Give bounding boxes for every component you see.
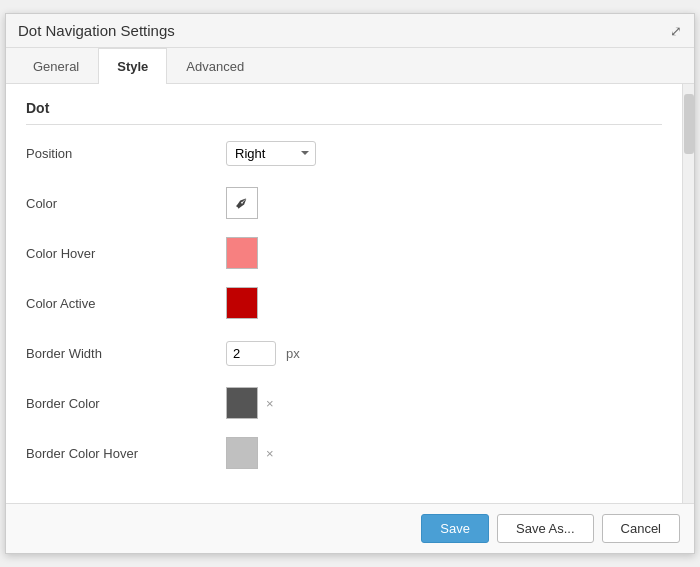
expand-icon[interactable]: ⤢	[670, 23, 682, 39]
border-color-hover-label: Border Color Hover	[26, 446, 226, 461]
tab-style[interactable]: Style	[98, 48, 167, 84]
save-button[interactable]: Save	[421, 514, 489, 543]
border-width-label: Border Width	[26, 346, 226, 361]
color-hover-swatch[interactable]	[226, 237, 258, 269]
save-as-button[interactable]: Save As...	[497, 514, 594, 543]
dialog-title: Dot Navigation Settings	[18, 22, 175, 39]
border-color-control: ×	[226, 387, 274, 419]
border-color-hover-clear[interactable]: ×	[266, 446, 274, 461]
section-title: Dot	[26, 100, 662, 125]
border-color-clear[interactable]: ×	[266, 396, 274, 411]
position-label: Position	[26, 146, 226, 161]
border-width-row: Border Width px	[26, 337, 662, 369]
color-active-swatch[interactable]	[226, 287, 258, 319]
color-hover-row: Color Hover	[26, 237, 662, 269]
border-color-hover-row: Border Color Hover ×	[26, 437, 662, 469]
position-select[interactable]: Left Right Center	[226, 141, 316, 166]
border-color-row: Border Color ×	[26, 387, 662, 419]
tabs-bar: General Style Advanced	[6, 48, 694, 84]
border-color-label: Border Color	[26, 396, 226, 411]
titlebar: Dot Navigation Settings ⤢	[6, 14, 694, 48]
content-area: Dot Position Left Right Center Color ✒	[6, 84, 682, 503]
border-width-unit: px	[286, 346, 300, 361]
color-label: Color	[26, 196, 226, 211]
color-swatch[interactable]: ✒	[226, 187, 258, 219]
dialog: Dot Navigation Settings ⤢ General Style …	[5, 13, 695, 554]
scrollbar-thumb[interactable]	[684, 94, 694, 154]
position-control: Left Right Center	[226, 141, 316, 166]
border-color-swatch[interactable]	[226, 387, 258, 419]
position-row: Position Left Right Center	[26, 137, 662, 169]
tab-general[interactable]: General	[14, 48, 98, 84]
border-width-control: px	[226, 341, 300, 366]
color-control: ✒	[226, 187, 258, 219]
tab-advanced[interactable]: Advanced	[167, 48, 263, 84]
scrollbar[interactable]	[682, 84, 694, 503]
color-active-row: Color Active	[26, 287, 662, 319]
color-active-label: Color Active	[26, 296, 226, 311]
border-color-hover-control: ×	[226, 437, 274, 469]
border-color-hover-swatch[interactable]	[226, 437, 258, 469]
color-hover-control	[226, 237, 258, 269]
dialog-body: Dot Position Left Right Center Color ✒	[6, 84, 694, 503]
eyedropper-icon: ✒	[229, 190, 255, 216]
color-active-control	[226, 287, 258, 319]
border-width-input[interactable]	[226, 341, 276, 366]
color-row: Color ✒	[26, 187, 662, 219]
color-hover-label: Color Hover	[26, 246, 226, 261]
cancel-button[interactable]: Cancel	[602, 514, 680, 543]
dialog-footer: Save Save As... Cancel	[6, 503, 694, 553]
